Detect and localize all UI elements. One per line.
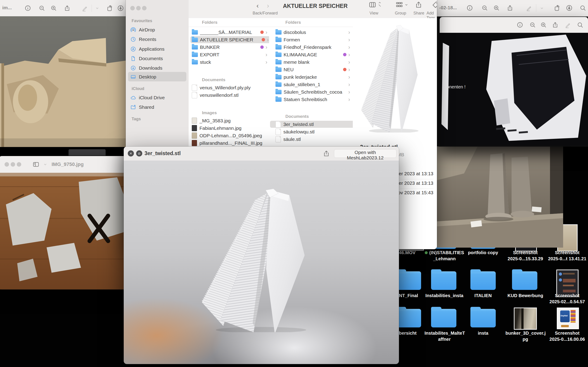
desktop-label[interactable]: Screenshot2025-02...0.54.57 (547, 293, 588, 305)
desktop-label[interactable]: portfolio copy (464, 250, 502, 256)
desktop-label[interactable]: Instabilities_insta (424, 293, 464, 299)
desktop-label[interactable]: Screenshot2025-0...16.00.06 (547, 330, 588, 342)
folder-row[interactable]: Statuen Schreibtisch (284, 97, 346, 102)
info-icon[interactable] (517, 22, 523, 28)
desktop-label[interactable]: NT_Final (399, 293, 426, 299)
file-row[interactable]: pillarandhand..._FINAL_III.jpg (200, 141, 262, 146)
add-tags-icon[interactable] (432, 1, 437, 8)
share-icon[interactable] (323, 150, 330, 157)
folder-row[interactable]: meme blank (284, 59, 346, 65)
sidebar-toggle-icon[interactable] (33, 161, 39, 168)
zoom-out-icon[interactable] (529, 22, 536, 28)
chevron-down-icon[interactable] (42, 162, 48, 167)
forward-button[interactable]: › (267, 2, 269, 9)
chevron-down-icon[interactable] (539, 5, 545, 11)
markup-pencil-icon[interactable] (526, 5, 532, 11)
share-icon[interactable] (552, 22, 559, 28)
close-button[interactable] (130, 6, 135, 10)
markup-pen-icon[interactable] (566, 5, 573, 11)
folder-row[interactable]: AKTUELLER SPEICHER (200, 37, 262, 42)
back-button[interactable]: ‹ (256, 2, 259, 9)
info-icon[interactable] (466, 5, 473, 11)
sidebar-item-downloads[interactable]: Downloads (130, 64, 185, 72)
zoom-out-icon[interactable] (38, 5, 45, 12)
zoom-button[interactable] (142, 6, 147, 10)
chevron-down-icon[interactable] (94, 5, 100, 11)
desktop-label[interactable]: Screenshot2025-0...15.33.29 (505, 250, 545, 262)
zoom-in-icon[interactable] (50, 5, 57, 12)
sidebar-item-recents[interactable]: Recents (130, 35, 185, 44)
folder-row[interactable]: Formen (284, 37, 346, 42)
sidebar-item-documents[interactable]: Documents (130, 54, 185, 63)
desktop-label[interactable]: 46.MOV (399, 250, 426, 256)
group-chevron-icon[interactable] (404, 2, 409, 7)
file-row[interactable]: _MG_3583.jpg (200, 118, 231, 124)
zoom-out-icon[interactable] (481, 5, 488, 11)
share-icon[interactable] (507, 5, 513, 11)
desktop-label[interactable]: bersicht (399, 330, 426, 336)
share-icon[interactable] (415, 1, 422, 8)
desktop-label[interactable]: (IN)STABILITIES_Lehmann (424, 250, 464, 262)
file-row[interactable]: säukelowqu.stl (283, 129, 315, 134)
search-icon[interactable] (580, 5, 586, 11)
folder-icon[interactable] (396, 309, 421, 327)
close-button[interactable] (5, 162, 9, 167)
sidebar-item-icloud-drive[interactable]: iCloud Drive (130, 93, 185, 102)
open-with-button[interactable]: Open with MeshLab2023.12 (334, 149, 396, 158)
zoom-button[interactable] (17, 162, 21, 167)
info-icon[interactable] (25, 5, 31, 12)
folder-row[interactable]: säule_stilleben_1 (284, 82, 346, 87)
folder-row[interactable]: EXPORT (200, 52, 264, 58)
minimize-button[interactable] (11, 162, 15, 167)
file-row[interactable]: FabianLehmann.jpg (200, 125, 242, 131)
markup-pencil-icon[interactable] (81, 5, 88, 12)
view-updown-icon[interactable] (377, 2, 382, 7)
markup-pencil-icon[interactable] (564, 22, 571, 28)
file-row[interactable]: venus_Willendorf.ply.ply (200, 85, 251, 91)
desktop-label[interactable]: ITALIEN (464, 293, 502, 299)
sidebar-item-applications[interactable]: Applications (130, 45, 185, 53)
folder-icon[interactable] (470, 271, 496, 290)
group-icon[interactable] (395, 1, 403, 8)
folder-row[interactable]: Säulen_Schreibtisch_cocoa (284, 89, 346, 95)
folder-icon[interactable] (396, 271, 421, 290)
view-control[interactable] (369, 1, 382, 9)
rotate-icon[interactable] (554, 5, 560, 11)
folder-icon[interactable] (431, 309, 456, 327)
markup-pen-icon[interactable] (117, 5, 124, 12)
folder-row[interactable]: _______SÄ...MATERIAL (200, 30, 260, 35)
zoom-in-icon[interactable] (493, 5, 500, 11)
file-row[interactable]: venuswillendorf.stl (200, 92, 239, 98)
folder-row[interactable]: KLIMAANLAGE (284, 52, 343, 58)
folder-row[interactable]: punk lederjacke (284, 74, 346, 80)
minimize-button[interactable] (136, 6, 141, 10)
desktop-label[interactable]: bunker_3D_cover.jpg (505, 330, 545, 342)
file-row[interactable]: säule.stl (283, 137, 301, 142)
folder-row[interactable]: BUNKER (200, 45, 260, 50)
sidebar-item-desktop[interactable]: Desktop (130, 73, 185, 81)
daynat-thumbnail[interactable]: DayNat (557, 308, 579, 329)
bunker-image-thumbnail[interactable] (514, 308, 537, 330)
folder-icon[interactable] (512, 271, 537, 290)
folder-icon[interactable] (470, 309, 496, 327)
desktop-label[interactable]: KUD Bewerbung (505, 293, 545, 299)
desktop-label[interactable]: insta (464, 330, 502, 336)
desktop-label[interactable]: Screenshot2025-0...t 13.41.21 (547, 250, 588, 262)
sidebar-item-shared[interactable]: Shared (130, 103, 185, 111)
sidebar-item-airdrop[interactable]: AirDrop (130, 25, 185, 34)
desktop-label[interactable]: Instabilites_MalteTaffner (424, 330, 464, 342)
folder-row[interactable]: NEU (284, 67, 343, 72)
close-icon[interactable]: ✕ (128, 150, 134, 157)
no-entry-icon[interactable]: ⊘ (136, 150, 142, 157)
search-icon[interactable] (577, 22, 583, 28)
folder-row[interactable]: stuck (200, 59, 264, 65)
folder-row[interactable]: Friedhof_Friedenspark (284, 45, 346, 50)
file-row[interactable]: 3er_twisted.stl (283, 122, 314, 127)
folder-row[interactable]: discobolus (284, 30, 346, 35)
rotate-icon[interactable] (106, 5, 113, 12)
folder-icon[interactable] (431, 271, 456, 290)
share-icon[interactable] (64, 5, 71, 12)
zoom-in-icon[interactable] (540, 22, 547, 28)
stl-3d-model[interactable] (199, 187, 322, 332)
file-row[interactable]: ODP-Lehman...D_05496.jpeg (200, 133, 262, 138)
